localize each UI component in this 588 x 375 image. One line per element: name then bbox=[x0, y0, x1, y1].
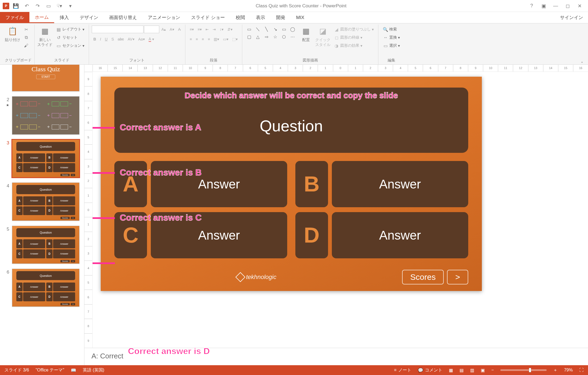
font-family-combo[interactable] bbox=[92, 26, 143, 33]
sign-in-link[interactable]: サインイン bbox=[555, 12, 588, 23]
tab-animations[interactable]: アニメーション bbox=[142, 12, 186, 23]
font-size-combo[interactable] bbox=[144, 26, 159, 33]
slide-indicator[interactable]: スライド 3/6 bbox=[4, 367, 29, 373]
zoom-thumb[interactable] bbox=[529, 368, 531, 372]
tab-design[interactable]: デザイン bbox=[74, 12, 104, 23]
zoom-out-icon[interactable]: − bbox=[491, 368, 494, 373]
line-spacing-button[interactable]: ↕▾ bbox=[218, 26, 225, 33]
zoom-slider[interactable] bbox=[500, 369, 547, 371]
normal-view-icon[interactable]: ▦ bbox=[449, 368, 453, 373]
shape-outline-button[interactable]: ◻図形の枠線 ▾ bbox=[332, 34, 375, 41]
shape-fill-button[interactable]: ◢図形の塗りつぶし ▾ bbox=[332, 26, 375, 33]
columns-button[interactable]: ▥▾ bbox=[212, 35, 221, 43]
horizontal-ruler[interactable]: 1615141312111098765432101234567891011121… bbox=[93, 65, 588, 72]
slide[interactable]: Question Decide which answer will be cor… bbox=[101, 77, 482, 291]
qat-customize-icon[interactable]: ▾ bbox=[66, 2, 75, 10]
layout-button[interactable]: ▤レイアウト ▾ bbox=[54, 26, 86, 33]
slideshow-view-icon[interactable]: ▣ bbox=[481, 368, 485, 373]
italic-button[interactable]: I bbox=[98, 35, 103, 43]
maximize-icon[interactable]: ◻ bbox=[564, 3, 572, 9]
answer-a[interactable]: AAnswer bbox=[114, 161, 287, 207]
cut-button[interactable]: ✂ bbox=[22, 26, 30, 33]
touch-mode-icon[interactable]: ☟▾ bbox=[55, 2, 64, 10]
quick-styles-button[interactable]: ◪クイック スタイル bbox=[315, 26, 330, 47]
strikethrough-button[interactable]: abc bbox=[116, 35, 125, 43]
thumbnail-3[interactable]: 3 Question AAnswer BAnswer CAnswer DAnsw… bbox=[4, 140, 82, 178]
tab-insert[interactable]: 挿入 bbox=[54, 12, 74, 23]
minimize-icon[interactable]: — bbox=[552, 3, 560, 9]
format-painter-button[interactable]: 🖌 bbox=[22, 42, 30, 49]
answer-c[interactable]: CAnswer bbox=[114, 212, 287, 258]
tab-home[interactable]: ホーム bbox=[29, 12, 54, 23]
comments-toggle[interactable]: 💬コメント bbox=[418, 367, 442, 373]
underline-button[interactable]: U bbox=[103, 35, 109, 43]
thumbnail-1[interactable]: Class QuizSTART bbox=[4, 65, 82, 91]
tab-transitions[interactable]: 画面切り替え bbox=[104, 12, 142, 23]
sorter-view-icon[interactable]: ▤ bbox=[460, 368, 464, 373]
decrease-font-button[interactable]: A▾ bbox=[168, 26, 176, 33]
thumbnail-5[interactable]: 5 Question AAnswer BAnswer CAnswer DAnsw… bbox=[4, 226, 82, 264]
bold-button[interactable]: B bbox=[92, 35, 98, 43]
redo-icon[interactable]: ↷ bbox=[33, 2, 42, 10]
char-spacing-button[interactable]: AV▾ bbox=[126, 35, 136, 43]
tab-mix[interactable]: MIX bbox=[291, 12, 310, 23]
arrange-button[interactable]: ▦配置 bbox=[298, 26, 314, 42]
scores-button[interactable]: Scores bbox=[402, 270, 444, 284]
answer-d[interactable]: DAnswer bbox=[295, 212, 468, 258]
ribbon-display-icon[interactable]: ▣ bbox=[540, 3, 548, 9]
canvas[interactable]: Question Decide which answer will be cor… bbox=[93, 72, 588, 348]
save-icon[interactable]: 💾 bbox=[11, 2, 20, 10]
tab-review[interactable]: 校閲 bbox=[230, 12, 250, 23]
text-direction-button[interactable]: ⇵▾ bbox=[226, 26, 234, 33]
reset-button[interactable]: ↺リセット bbox=[54, 34, 86, 41]
select-button[interactable]: ▭選択 ▾ bbox=[381, 42, 402, 49]
align-left-button[interactable]: ≡ bbox=[188, 35, 194, 43]
tab-slideshow[interactable]: スライド ショー bbox=[186, 12, 230, 23]
align-text-button[interactable]: ▭▾ bbox=[221, 35, 230, 43]
thumbnail-4[interactable]: 4 Question AAnswer BAnswer CAnswer DAnsw… bbox=[4, 182, 82, 221]
tab-view[interactable]: 表示 bbox=[250, 12, 271, 23]
numbering-button[interactable]: ≡▾ bbox=[196, 26, 203, 33]
start-from-beginning-icon[interactable]: ▭ bbox=[44, 2, 53, 10]
close-icon[interactable]: ✕ bbox=[575, 3, 584, 9]
tab-developer[interactable]: 開発 bbox=[271, 12, 291, 23]
notes-toggle[interactable]: ≡ノート bbox=[394, 367, 411, 373]
shadow-button[interactable]: S bbox=[110, 35, 115, 43]
copy-button[interactable]: ⧉ bbox=[22, 34, 30, 41]
titlebar: P 💾 ↶ ↷ ▭ ☟▾ ▾ Class Quiz with Score Cou… bbox=[0, 0, 588, 12]
replace-button[interactable]: ↔置換 ▾ bbox=[381, 34, 402, 41]
next-button[interactable]: > bbox=[447, 270, 468, 284]
decrease-indent-button[interactable]: ⇤ bbox=[204, 26, 210, 33]
language-indicator[interactable]: 英語 (英国) bbox=[83, 367, 104, 373]
shape-effects-button[interactable]: ◑図形の効果 ▾ bbox=[332, 42, 375, 49]
zoom-in-icon[interactable]: ＋ bbox=[553, 367, 558, 373]
undo-icon[interactable]: ↶ bbox=[22, 2, 31, 10]
spellcheck-icon[interactable]: 📖 bbox=[71, 368, 76, 373]
thumbnail-2[interactable]: 2★ ＋− ＋− ＋− ＋− ＋− ＋− bbox=[4, 96, 82, 134]
bullets-button[interactable]: ≡▾ bbox=[188, 26, 195, 33]
justify-button[interactable]: ≡ bbox=[206, 35, 212, 43]
shapes-gallery[interactable]: ▭＼╲↘▭◯ ▢△⇨☆⬡⋯ bbox=[245, 26, 297, 40]
change-case-button[interactable]: Aa▾ bbox=[137, 35, 146, 43]
tab-file[interactable]: ファイル bbox=[0, 12, 29, 23]
smartart-button[interactable]: ⬚▾ bbox=[231, 35, 239, 43]
clear-formatting-button[interactable]: A̶ bbox=[176, 26, 182, 33]
find-button[interactable]: 🔍検索 bbox=[381, 26, 402, 33]
align-center-button[interactable]: ≡ bbox=[194, 35, 200, 43]
answer-b[interactable]: BAnswer bbox=[295, 161, 468, 207]
help-icon[interactable]: ? bbox=[528, 3, 536, 9]
zoom-level[interactable]: 79% bbox=[564, 368, 573, 373]
thumbnail-6[interactable]: 6 Question AAnswer BAnswer CAnswer DAnsw… bbox=[4, 269, 82, 307]
increase-font-button[interactable]: A▴ bbox=[160, 26, 167, 33]
align-right-button[interactable]: ≡ bbox=[200, 35, 206, 43]
notes-pane[interactable]: A: Correct bbox=[84, 348, 588, 365]
vertical-ruler[interactable]: 9876543210123456789 bbox=[84, 72, 93, 348]
reading-view-icon[interactable]: ▥ bbox=[470, 368, 474, 373]
new-slide-button[interactable]: ▦ 新しい スライド bbox=[37, 26, 53, 47]
slide-thumbnail-panel[interactable]: Class QuizSTART 2★ ＋− ＋− ＋− ＋− ＋− ＋− 3 Q… bbox=[0, 65, 84, 365]
section-button[interactable]: ▭セクション ▾ bbox=[54, 42, 86, 49]
font-color-button[interactable]: A▾ bbox=[147, 35, 156, 43]
fit-to-window-icon[interactable]: ⛶ bbox=[579, 368, 584, 373]
increase-indent-button[interactable]: ⇥ bbox=[211, 26, 218, 33]
paste-button[interactable]: 📋 貼り付け bbox=[5, 26, 20, 42]
